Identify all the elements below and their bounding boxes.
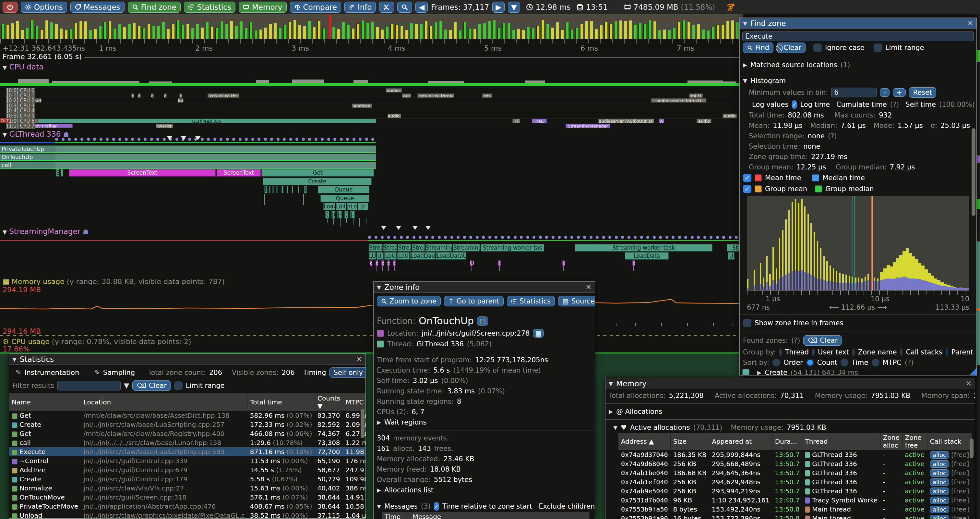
cpu-zone[interactable]: audiose [352,104,372,108]
frames-overview-strip[interactable] [0,14,743,39]
sample-dot[interactable] [564,236,567,239]
time-relative-checkbox[interactable]: ✓ [434,502,439,511]
sample-dot[interactable] [526,236,529,239]
source-button[interactable]: ▤Source [558,296,595,307]
cpu-zone[interactable]: TraC [532,119,547,123]
sample-dot[interactable] [412,236,415,239]
cpu-zone[interactable]: A [659,119,664,123]
sample-dot[interactable] [353,137,355,141]
zone[interactable] [292,186,293,193]
sample-dot[interactable] [671,236,675,239]
column-header[interactable]: Counts ▼ [315,393,343,411]
memory-usage-graph[interactable] [0,293,743,327]
copy-icon[interactable]: ▤ [533,329,544,338]
sort-by-order[interactable] [772,359,780,366]
section-gl-thread[interactable]: ▼ GLThread 336 ☗ [3,130,69,138]
sample-dot[interactable] [469,236,472,239]
allocation-row[interactable]: 0x74a9d37040186.35 KB295,999,844ns13:50.… [619,450,972,459]
zone[interactable]: Strea [412,244,425,252]
message-marker-icon[interactable] [425,226,431,230]
group-by-user-text[interactable] [812,348,815,356]
zone[interactable]: Streaming [425,244,452,252]
sort-by-time[interactable] [840,359,848,366]
sample-dot[interactable] [665,236,668,239]
column-header[interactable]: Zone free [902,433,927,450]
sample-dot[interactable] [226,137,229,141]
memory-titlebar[interactable]: ▼ Memory ✕ [605,378,975,389]
cpu-zone[interactable]: audioserver (AudioOut_D) [598,119,654,123]
sample-dot[interactable] [327,137,330,141]
column-header[interactable]: Total time [247,393,315,411]
sample-dot[interactable] [418,236,422,239]
table-row[interactable]: Normalizejni/../jni/src/claw/vfs/Vfs.cpp… [9,484,366,493]
zone[interactable] [287,186,288,193]
alloc-stack-button[interactable]: alloc [930,469,949,477]
sample-dot[interactable] [678,236,681,239]
sample-dot[interactable] [118,137,121,141]
group-by-thread[interactable] [779,348,782,356]
resize-handle[interactable] [969,368,977,375]
sample-dot[interactable] [476,236,479,239]
sample-dot[interactable] [232,137,235,141]
column-header[interactable]: Location [81,393,247,411]
time-ruler[interactable] [0,39,743,43]
statistics-scrollbar[interactable] [361,409,364,438]
sample-dot[interactable] [545,236,548,239]
sample-dot[interactable] [112,137,115,141]
column-header[interactable]: Zone alloc [880,433,902,450]
sample-dot[interactable] [220,137,223,141]
zone[interactable]: ScreenText [217,169,261,177]
sample-dot[interactable] [188,137,191,141]
message-marker-icon[interactable] [181,136,186,140]
zone[interactable]: Queue [320,195,369,202]
zone[interactable]: LoU [384,252,397,260]
column-header[interactable]: Call stack [927,433,972,450]
cpu-zone[interactable]: cds [482,93,492,98]
close-icon[interactable]: ✕ [967,19,973,27]
column-header[interactable]: Dura… [772,433,802,450]
sample-dot[interactable] [431,236,434,239]
active-allocations-toggle[interactable]: ▼♥ Active allocations(70,311) Memory usa… [605,422,975,433]
zone[interactable]: c [632,260,635,266]
found-zone-row[interactable]: ▶Create(54,131) 643.34 ms [740,368,977,375]
zone[interactable]: Strea [369,244,383,252]
zone[interactable]: Streaming worker task [575,244,713,252]
sample-dot[interactable] [321,137,324,141]
sample-dot[interactable] [365,137,368,141]
column-header[interactable]: Appeared at [709,433,772,450]
sample-dot[interactable] [80,137,83,141]
find-button[interactable]: Find [743,43,773,53]
sample-dot[interactable] [201,137,204,141]
statistics-button[interactable]: Statistics [507,296,555,307]
cpu-zone[interactable]: cds_ol_rx_threa [417,93,454,98]
zoom-to-zone-button[interactable]: Zoom to zone [377,296,441,307]
zone[interactable]: Strea [398,244,411,252]
limit-range-checkbox[interactable] [174,382,183,390]
sample-dot[interactable] [131,137,134,141]
group-mean-median-checkbox[interactable]: ✓ [743,185,751,193]
table-row[interactable]: Executejni/../jni/src/claw/base/LuaScrip… [9,447,366,456]
sample-dot[interactable] [144,137,146,141]
show-zone-time-checkbox[interactable] [743,319,751,327]
sample-dot[interactable] [729,236,732,239]
sample-dot[interactable] [634,236,636,239]
zone[interactable]: c [387,260,390,266]
find-zone-input[interactable] [742,32,974,41]
close-icon[interactable]: ✕ [966,379,972,388]
zone[interactable]: Ci [470,260,473,266]
zone[interactable]: |- [350,211,355,219]
gl-zone-row[interactable]: PrivateTouchUp [0,145,376,153]
bin-minus-button[interactable]: - [880,88,889,97]
sample-dot[interactable] [590,236,592,239]
sample-dot[interactable] [406,236,409,239]
reset-button[interactable]: Reset [909,87,937,98]
sample-dot[interactable] [68,137,71,141]
zone-info-titlebar[interactable]: ▼ Zone info ✕ [374,282,595,293]
zone[interactable]: ( [344,211,348,219]
table-row[interactable]: Get/mnt/e/claw/src/claw/base/AssetDict.h… [9,411,366,420]
message-marker-icon[interactable] [412,226,418,230]
zone[interactable]: LoadData [625,252,669,260]
search-button[interactable] [397,2,412,13]
cpu-zone[interactable]: audio [722,113,737,118]
group-by-parent[interactable] [946,348,948,356]
